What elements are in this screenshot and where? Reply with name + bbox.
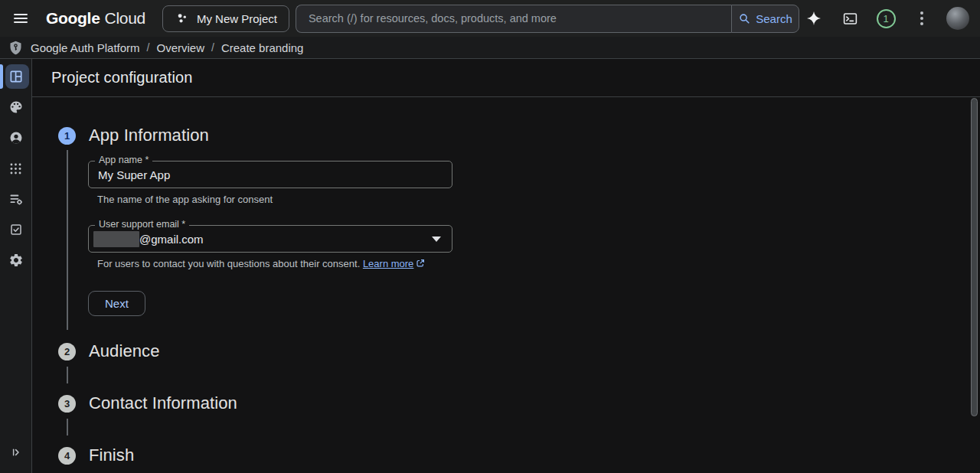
data-access-list-icon	[8, 191, 24, 207]
app-name-field-wrap: App name *	[88, 161, 452, 188]
search-bar: Search	[296, 5, 799, 33]
app-name-helper: The name of the app asking for consent	[97, 194, 980, 205]
breadcrumb-separator: /	[211, 41, 214, 54]
step-number-badge: 2	[58, 343, 76, 360]
project-name: My New Project	[197, 12, 277, 25]
page-header: Project configuration	[32, 59, 980, 97]
step-title: App Information	[89, 126, 209, 145]
support-email-value: @gmail.com	[139, 233, 204, 246]
sidebar-item-branding[interactable]	[0, 92, 31, 122]
sidebar-item-settings[interactable]	[0, 245, 31, 276]
step-connector	[67, 419, 68, 435]
branding-palette-icon	[8, 99, 24, 115]
learn-more-link[interactable]: Learn more	[363, 258, 413, 269]
step-connector	[67, 367, 68, 383]
cloud-shell-icon[interactable]	[835, 4, 864, 33]
step-finish: 4 Finish	[58, 445, 980, 466]
step-title: Contact Information	[89, 393, 237, 413]
search-input[interactable]	[296, 5, 731, 33]
redacted-email-username	[93, 231, 139, 247]
topbar: Google Cloud My New Project Search	[0, 0, 980, 37]
auth-platform-shield-icon	[8, 40, 24, 56]
breadcrumb-separator: /	[147, 41, 150, 54]
step-number-badge: 4	[58, 447, 76, 465]
search-button-label: Search	[756, 12, 792, 25]
sidebar-item-audience[interactable]	[0, 122, 31, 153]
next-button[interactable]: Next	[88, 291, 145, 316]
project-selector[interactable]: My New Project	[162, 5, 289, 32]
app-name-label: App name *	[95, 155, 152, 166]
clients-grid-icon	[8, 161, 23, 176]
settings-gear-icon	[8, 253, 24, 268]
step-audience: 2 Audience	[58, 341, 980, 383]
step-number-badge: 3	[58, 395, 76, 413]
step-contact-information: 3 Contact Information	[58, 393, 980, 435]
step-title: Audience	[89, 341, 160, 361]
google-cloud-console: Google Cloud My New Project Search	[0, 0, 980, 473]
breadcrumb-overview[interactable]: Overview	[156, 41, 204, 54]
topbar-icons: 1	[799, 4, 969, 33]
notifications-badge[interactable]: 1	[871, 4, 900, 33]
page-title: Project configuration	[51, 69, 192, 86]
sidebar-item-overview[interactable]	[0, 61, 31, 92]
gemini-icon[interactable]	[799, 4, 828, 33]
avatar[interactable]	[946, 7, 969, 30]
branding-wizard: 1 App Information App name * The name of…	[32, 97, 980, 466]
main-content: Project configuration 1 App Information …	[32, 59, 980, 473]
dropdown-caret-icon	[432, 236, 441, 242]
search-icon	[738, 12, 751, 25]
verification-checkbox-icon	[9, 223, 23, 236]
google-cloud-logo[interactable]: Google Cloud	[46, 9, 145, 28]
project-icon	[175, 11, 189, 26]
notification-count: 1	[877, 9, 896, 28]
audience-person-icon	[8, 130, 24, 145]
sidebar	[0, 59, 32, 473]
sidebar-item-verification[interactable]	[0, 214, 31, 245]
menu-icon[interactable]	[6, 4, 35, 33]
external-link-icon	[416, 259, 425, 268]
support-email-helper: For users to contact you with questions …	[97, 258, 980, 269]
search-button[interactable]: Search	[731, 5, 799, 33]
breadcrumb-auth-platform[interactable]: Google Auth Platform	[31, 41, 140, 54]
overview-dashboard-icon	[8, 69, 24, 84]
step-number-badge: 1	[58, 127, 76, 145]
support-email-label: User support email *	[95, 219, 189, 230]
logo-google-text: Google	[46, 9, 100, 28]
logo-cloud-text: Cloud	[105, 9, 145, 28]
breadcrumb-create-branding[interactable]: Create branding	[221, 41, 304, 54]
sidebar-item-data-access[interactable]	[0, 184, 31, 214]
sidebar-expand-icon[interactable]	[0, 441, 32, 464]
step-title: Finish	[89, 445, 134, 465]
breadcrumb: Google Auth Platform / Overview / Create…	[0, 37, 980, 59]
support-email-select[interactable]: User support email * @gmail.com	[88, 225, 452, 253]
vertical-scrollbar[interactable]	[971, 98, 978, 416]
step-app-information: 1 App Information App name * The name of…	[58, 125, 980, 330]
step-1-body: App name * The name of the app asking fo…	[67, 150, 980, 330]
more-options-icon[interactable]	[907, 4, 936, 33]
sidebar-item-clients[interactable]	[0, 153, 31, 184]
